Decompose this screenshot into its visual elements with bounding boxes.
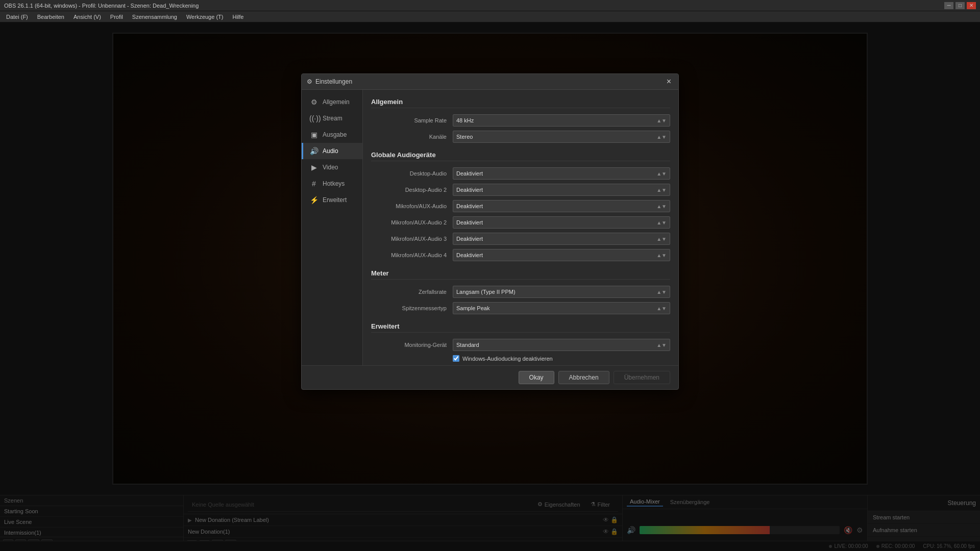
nav-item-stream[interactable]: ((·)) Stream bbox=[302, 110, 362, 127]
form-row-desktop-audio2: Desktop-Audio 2 Deaktiviert ▲▼ bbox=[371, 184, 670, 196]
select-mikrofon-aux4-value: Deaktiviert bbox=[456, 252, 483, 258]
form-row-kanaele: Kanäle Stereo ▲▼ bbox=[371, 131, 670, 143]
select-zerfallsrate-arrow: ▲▼ bbox=[656, 289, 667, 295]
form-row-mikrofon-aux2: Mikrofon/AUX-Audio 2 Deaktiviert ▲▼ bbox=[371, 216, 670, 229]
dialog-close-button[interactable]: × bbox=[665, 77, 673, 86]
nav-item-ausgabe[interactable]: ▣ Ausgabe bbox=[302, 127, 362, 143]
menu-profil[interactable]: Profil bbox=[106, 13, 127, 21]
select-spitzenmesser-value: Sample Peak bbox=[456, 305, 489, 311]
allgemein-icon: ⚙ bbox=[309, 98, 318, 106]
control-desktop-audio: Deaktiviert ▲▼ bbox=[453, 167, 670, 180]
select-mikrofon-aux3-arrow: ▲▼ bbox=[656, 236, 667, 242]
select-spitzenmesser-arrow: ▲▼ bbox=[656, 306, 667, 311]
label-monitoring: Monitoring-Gerät bbox=[371, 342, 453, 348]
menu-bearbeiten[interactable]: Bearbeiten bbox=[33, 13, 68, 21]
control-mikrofon-aux: Deaktiviert ▲▼ bbox=[453, 200, 670, 212]
dialog-title: Einstellungen bbox=[315, 78, 352, 85]
erweitert-icon: ⚡ bbox=[309, 196, 318, 204]
nav-item-allgemein[interactable]: ⚙ Allgemein bbox=[302, 94, 362, 110]
select-desktop-audio2-value: Deaktiviert bbox=[456, 187, 483, 193]
select-kanaele[interactable]: Stereo ▲▼ bbox=[453, 131, 670, 143]
select-zerfallsrate[interactable]: Langsam (Type II PPM) ▲▼ bbox=[453, 286, 670, 298]
control-kanaele: Stereo ▲▼ bbox=[453, 131, 670, 143]
control-mikrofon-aux3: Deaktiviert ▲▼ bbox=[453, 233, 670, 245]
control-mikrofon-aux4: Deaktiviert ▲▼ bbox=[453, 249, 670, 261]
label-zerfallsrate: Zerfallsrate bbox=[371, 289, 453, 295]
nav-label-allgemein: Allgemein bbox=[323, 98, 350, 106]
window-controls: ─ □ ✕ bbox=[944, 2, 976, 9]
select-mikrofon-aux4[interactable]: Deaktiviert ▲▼ bbox=[453, 249, 670, 261]
maximize-button[interactable]: □ bbox=[955, 2, 965, 9]
section-globale-audio: Globale Audiogeräte Desktop-Audio Deakti… bbox=[371, 151, 670, 261]
select-sample-rate[interactable]: 48 kHz ▲▼ bbox=[453, 114, 670, 127]
select-mikrofon-aux3[interactable]: Deaktiviert ▲▼ bbox=[453, 233, 670, 245]
select-kanaele-value: Stereo bbox=[456, 134, 473, 140]
select-desktop-audio-arrow: ▲▼ bbox=[656, 171, 667, 177]
window-title: OBS 26.1.1 (64-bit, windows) - Profil: U… bbox=[4, 3, 199, 9]
form-row-zerfallsrate: Zerfallsrate Langsam (Type II PPM) ▲▼ bbox=[371, 286, 670, 298]
nav-item-erweitert[interactable]: ⚡ Erweitert bbox=[302, 192, 362, 208]
menu-ansicht[interactable]: Ansicht (V) bbox=[69, 13, 105, 21]
select-mikrofon-aux[interactable]: Deaktiviert ▲▼ bbox=[453, 200, 670, 212]
control-monitoring: Standard ▲▼ bbox=[453, 339, 670, 351]
nav-item-audio[interactable]: 🔊 Audio bbox=[302, 143, 362, 159]
dialog-content: Allgemein Sample Rate 48 kHz ▲▼ K bbox=[363, 90, 678, 365]
dialog-title-left: ⚙ Einstellungen bbox=[307, 78, 352, 85]
settings-icon: ⚙ bbox=[307, 78, 312, 85]
main-area: INTERDICTION ⚙ Einstellungen × ⚙ Allgeme… bbox=[0, 22, 980, 551]
dialog-nav: ⚙ Allgemein ((·)) Stream ▣ Ausgabe 🔊 Aud… bbox=[302, 90, 363, 365]
nav-label-hotkeys: Hotkeys bbox=[323, 180, 345, 187]
select-monitoring[interactable]: Standard ▲▼ bbox=[453, 339, 670, 351]
select-monitoring-value: Standard bbox=[456, 342, 479, 348]
label-sample-rate: Sample Rate bbox=[371, 117, 453, 123]
select-desktop-audio[interactable]: Deaktiviert ▲▼ bbox=[453, 167, 670, 180]
hotkeys-icon: # bbox=[309, 180, 318, 188]
select-spitzenmesser[interactable]: Sample Peak ▲▼ bbox=[453, 302, 670, 314]
nav-label-video: Video bbox=[323, 164, 338, 171]
video-icon: ▶ bbox=[309, 163, 318, 171]
menu-szenensammlung[interactable]: Szenensammlung bbox=[128, 13, 181, 21]
section-meter-title: Meter bbox=[371, 269, 670, 280]
section-meter: Meter Zerfallsrate Langsam (Type II PPM)… bbox=[371, 269, 670, 314]
section-globale-audio-title: Globale Audiogeräte bbox=[371, 151, 670, 161]
menu-hilfe[interactable]: Hilfe bbox=[228, 13, 248, 21]
select-mikrofon-aux2-arrow: ▲▼ bbox=[656, 220, 667, 226]
dialog-title-bar: ⚙ Einstellungen × bbox=[302, 74, 678, 90]
form-row-mikrofon-aux4: Mikrofon/AUX-Audio 4 Deaktiviert ▲▼ bbox=[371, 249, 670, 261]
select-sample-rate-arrow: ▲▼ bbox=[656, 118, 667, 123]
abbrechen-button[interactable]: Abbrechen bbox=[558, 371, 609, 384]
menu-datei[interactable]: Datei (F) bbox=[2, 13, 32, 21]
form-row-mikrofon-aux3: Mikrofon/AUX-Audio 3 Deaktiviert ▲▼ bbox=[371, 233, 670, 245]
select-mikrofon-aux2-value: Deaktiviert bbox=[456, 219, 483, 226]
select-sample-rate-value: 48 kHz bbox=[456, 117, 474, 123]
select-monitoring-arrow: ▲▼ bbox=[656, 342, 667, 348]
select-mikrofon-aux4-arrow: ▲▼ bbox=[656, 253, 667, 258]
section-allgemein: Allgemein Sample Rate 48 kHz ▲▼ K bbox=[371, 98, 670, 143]
label-desktop-audio2: Desktop-Audio 2 bbox=[371, 187, 453, 193]
form-row-desktop-audio: Desktop-Audio Deaktiviert ▲▼ bbox=[371, 167, 670, 180]
checkbox-audioducking[interactable]: Windows-Audioducking deaktivieren bbox=[453, 355, 553, 362]
select-mikrofon-aux2[interactable]: Deaktiviert ▲▼ bbox=[453, 216, 670, 229]
select-desktop-audio2[interactable]: Deaktiviert ▲▼ bbox=[453, 184, 670, 196]
uebernehmen-button: Übernehmen bbox=[614, 371, 670, 384]
minimize-button[interactable]: ─ bbox=[944, 2, 953, 9]
section-allgemein-title: Allgemein bbox=[371, 98, 670, 108]
checkbox-audioducking-input[interactable] bbox=[453, 355, 459, 362]
nav-label-stream: Stream bbox=[323, 115, 342, 122]
nav-item-hotkeys[interactable]: # Hotkeys bbox=[302, 176, 362, 192]
close-button[interactable]: ✕ bbox=[967, 2, 976, 9]
checkbox-audioducking-label: Windows-Audioducking deaktivieren bbox=[462, 356, 553, 362]
okay-button[interactable]: Okay bbox=[519, 371, 554, 384]
nav-item-video[interactable]: ▶ Video bbox=[302, 159, 362, 176]
form-row-monitoring: Monitoring-Gerät Standard ▲▼ bbox=[371, 339, 670, 351]
label-kanaele: Kanäle bbox=[371, 134, 453, 140]
select-mikrofon-aux-value: Deaktiviert bbox=[456, 203, 483, 209]
checkbox-row-audioducking: Windows-Audioducking deaktivieren bbox=[453, 355, 670, 362]
form-row-mikrofon-aux: Mikrofon/AUX-Audio Deaktiviert ▲▼ bbox=[371, 200, 670, 212]
section-erweitert: Erweitert Monitoring-Gerät Standard ▲▼ bbox=[371, 322, 670, 362]
nav-label-audio: Audio bbox=[323, 147, 338, 155]
dialog-overlay: ⚙ Einstellungen × ⚙ Allgemein ((·)) Stre… bbox=[0, 22, 980, 551]
menu-werkzeuge[interactable]: Werkzeuge (T) bbox=[182, 13, 228, 21]
control-sample-rate: 48 kHz ▲▼ bbox=[453, 114, 670, 127]
select-desktop-audio-value: Deaktiviert bbox=[456, 170, 483, 177]
